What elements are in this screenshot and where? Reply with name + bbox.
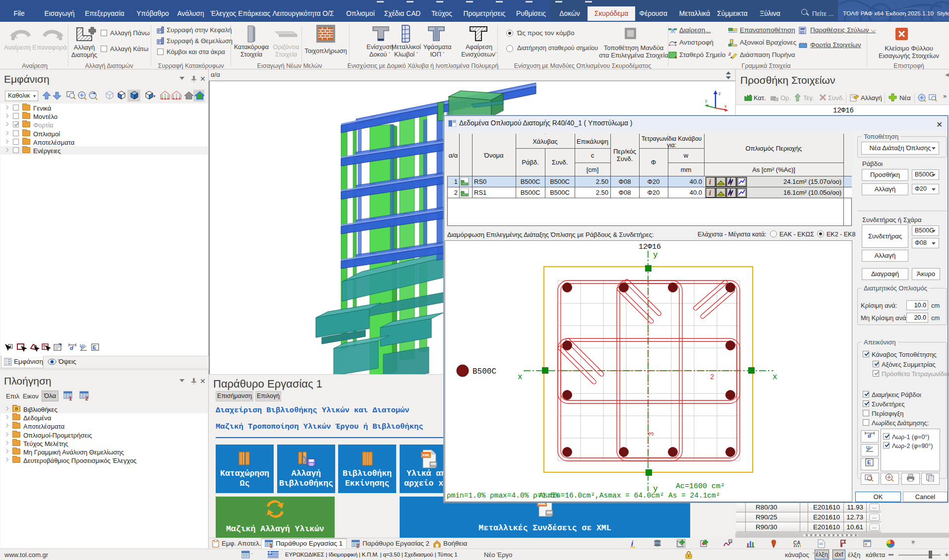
svg-text:x: x [518, 373, 523, 382]
svg-text:E: E [93, 344, 96, 350]
svg-text:E: E [867, 459, 871, 465]
svg-text:1: 1 [270, 543, 273, 548]
svg-text:Ac=1600 cm²: Ac=1600 cm² [676, 482, 725, 491]
svg-text:z: z [718, 91, 721, 96]
svg-text:y: y [705, 98, 708, 103]
svg-text:▾: ▾ [153, 94, 156, 99]
svg-text:2: 2 [85, 395, 88, 401]
svg-text:ˇ: ˇ [251, 553, 253, 558]
svg-text:12Φ16: 12Φ16 [639, 243, 661, 251]
svg-text:y: y [653, 251, 658, 260]
svg-text:d: d [70, 345, 73, 351]
svg-text:R: R [865, 543, 867, 546]
svg-text:i: i [631, 540, 634, 548]
svg-text:1: 1 [69, 395, 72, 401]
svg-text:d: d [868, 433, 871, 439]
svg-text:CA: CA [793, 540, 800, 546]
svg-text:2: 2 [728, 52, 731, 56]
svg-text:B500C: B500C [473, 367, 496, 376]
svg-text:2: 2 [710, 373, 714, 381]
svg-text:2: 2 [356, 543, 359, 548]
svg-text:N: N [729, 540, 731, 543]
svg-text:XML: XML [422, 453, 430, 457]
svg-text:x: x [724, 104, 727, 109]
svg-text:x: x [772, 373, 777, 382]
svg-text:Asmin=16.0cm²,Asmax = 64.0cm²: Asmin=16.0cm²,Asmax = 64.0cm² As = 24.1c… [539, 492, 720, 500]
svg-text:3: 3 [648, 432, 655, 436]
